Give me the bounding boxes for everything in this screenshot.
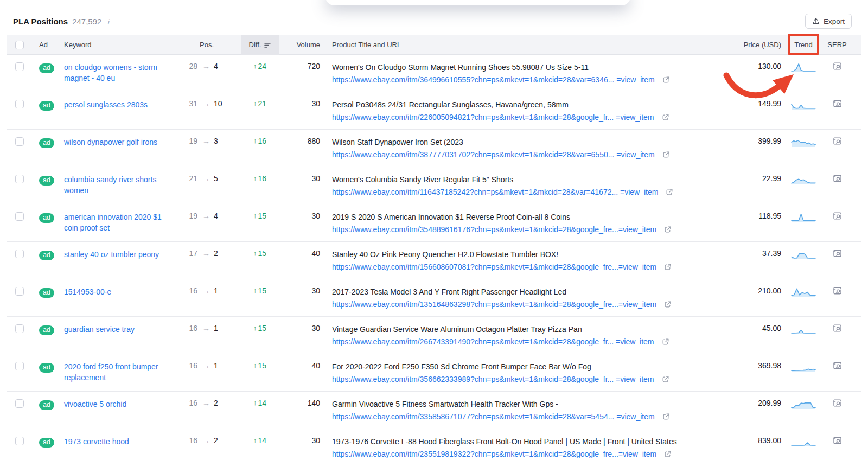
info-icon[interactable]: i (106, 18, 109, 26)
product-url-link[interactable]: https://www.ebay.com/itm/387777031702?ch… (332, 149, 655, 160)
serp-icon[interactable] (833, 99, 842, 108)
keyword-link[interactable]: persol sunglasses 2803s (64, 99, 148, 110)
keyword-link[interactable]: vivoactive 5 orchid (64, 399, 126, 410)
table-row: ad 1514953-00-e 16 → 1 ↑ 15 30 2017-2023… (7, 279, 861, 317)
product-url-link[interactable]: https://www.ebay.com/itm/156608607081?ch… (332, 261, 656, 272)
column-header-ad[interactable]: Ad (39, 35, 64, 55)
product-url-link[interactable]: https://www.ebay.com/itm/335858671077?ch… (332, 411, 655, 422)
row-checkbox[interactable] (15, 399, 24, 408)
row-checkbox[interactable] (15, 324, 24, 333)
product-url-link[interactable]: https://www.ebay.com/itm/235519819322?ch… (332, 449, 656, 459)
row-checkbox[interactable] (15, 137, 24, 146)
serp-icon[interactable] (833, 62, 842, 71)
product-url-link[interactable]: https://www.ebay.com/itm/116437185242?ch… (332, 187, 658, 197)
external-link-icon[interactable] (662, 76, 670, 84)
keyword-link[interactable]: 1973 corvette hood (64, 436, 129, 447)
diff-up-icon: ↑ (253, 286, 257, 295)
row-checkbox[interactable] (15, 175, 24, 183)
serp-icon[interactable] (833, 212, 842, 220)
keyword-link[interactable]: guardian service tray (64, 324, 135, 335)
select-all-checkbox[interactable] (15, 41, 24, 49)
column-header-volume[interactable]: Volume (279, 35, 321, 55)
column-header-keyword[interactable]: Keyword (64, 35, 184, 55)
ad-badge[interactable]: ad (39, 176, 54, 186)
diff-value: 15 (258, 212, 266, 220)
product-url-link[interactable]: https://www.ebay.com/itm/266743391490?ch… (332, 336, 654, 347)
ad-badge[interactable]: ad (39, 213, 54, 223)
serp-icon[interactable] (833, 324, 842, 333)
price-value: 37.39 (731, 242, 786, 258)
product-url-link[interactable]: https://www.ebay.com/itm/135164863298?ch… (332, 299, 656, 310)
ad-badge[interactable]: ad (39, 325, 54, 335)
serp-icon[interactable] (833, 286, 842, 295)
pos-current: 10 (214, 99, 222, 108)
external-link-icon[interactable] (664, 450, 672, 458)
column-header-pos[interactable]: Pos. (184, 35, 241, 55)
product-url-link[interactable]: https://www.ebay.com/itm/356662333989?ch… (332, 374, 654, 385)
ad-badge[interactable]: ad (39, 101, 54, 111)
pos-current: 4 (214, 62, 218, 71)
keyword-link[interactable]: on cloudgo womens - storm magnet - 40 eu (64, 62, 162, 84)
row-checkbox[interactable] (15, 287, 24, 296)
product-url-link[interactable]: https://www.ebay.com/itm/364996610555?ch… (332, 74, 655, 85)
column-header-diff[interactable]: Diff. (241, 35, 279, 55)
row-checkbox[interactable] (15, 437, 24, 445)
trend-sparkline (786, 279, 821, 298)
keyword-link[interactable]: american innovation 2020 $1 coin proof s… (64, 212, 162, 233)
ad-badge[interactable]: ad (39, 138, 54, 148)
row-checkbox[interactable] (15, 362, 24, 370)
column-header-product[interactable]: Product Title and URL (321, 35, 731, 55)
keyword-link[interactable]: 2020 ford f250 front bumper replacement (64, 361, 162, 383)
external-link-icon[interactable] (662, 113, 669, 121)
external-link-icon[interactable] (662, 375, 669, 383)
ad-badge[interactable]: ad (39, 288, 54, 298)
pos-previous: 16 (184, 436, 197, 445)
product-url-link[interactable]: https://www.ebay.com/itm/354889616176?ch… (332, 224, 656, 235)
product-title: 1973-1976 Corvette L-88 Hood Fiberglass … (332, 436, 723, 447)
external-link-icon[interactable] (666, 188, 673, 196)
column-header-serp[interactable]: SERP (821, 35, 853, 55)
product-url-link[interactable]: https://www.ebay.com/itm/226005094821?ch… (332, 112, 654, 123)
pos-change-arrow-icon: → (202, 249, 210, 258)
volume-value: 30 (279, 167, 321, 183)
ad-badge[interactable]: ad (39, 63, 54, 73)
serp-icon[interactable] (833, 361, 842, 370)
export-button[interactable]: Export (805, 14, 852, 29)
price-value: 369.98 (731, 354, 786, 370)
keyword-link[interactable]: wilson dynapower golf irons (64, 137, 157, 148)
volume-value: 140 (279, 392, 321, 407)
trend-sparkline (786, 392, 821, 410)
pos-current: 2 (214, 436, 218, 445)
diff-value: 15 (258, 286, 266, 295)
external-link-icon[interactable] (662, 413, 670, 420)
diff-up-icon: ↑ (253, 137, 257, 145)
row-checkbox[interactable] (15, 62, 24, 71)
pos-previous: 28 (184, 62, 197, 71)
external-link-icon[interactable] (662, 151, 670, 158)
row-checkbox[interactable] (15, 250, 24, 258)
price-value: 45.00 (731, 317, 786, 333)
ad-badge[interactable]: ad (39, 438, 54, 448)
keyword-link[interactable]: stanley 40 oz tumbler peony (64, 249, 159, 260)
total-count: 247,592 (72, 17, 101, 26)
ad-badge[interactable]: ad (39, 251, 54, 260)
keyword-link[interactable]: 1514953-00-e (64, 286, 111, 297)
column-header-price[interactable]: Price (USD) (731, 35, 786, 55)
pos-change-arrow-icon: → (202, 324, 210, 333)
row-checkbox[interactable] (15, 212, 24, 221)
ad-badge[interactable]: ad (39, 400, 54, 410)
external-link-icon[interactable] (662, 338, 669, 346)
serp-icon[interactable] (833, 249, 842, 258)
keyword-link[interactable]: columbia sandy river shorts women (64, 174, 162, 196)
serp-icon[interactable] (833, 399, 842, 407)
table-row: ad 1973 corvette hood 16 → 2 ↑ 14 30 197… (7, 429, 861, 466)
external-link-icon[interactable] (664, 301, 672, 308)
serp-icon[interactable] (833, 174, 842, 183)
serp-icon[interactable] (833, 436, 842, 445)
external-link-icon[interactable] (664, 226, 672, 233)
external-link-icon[interactable] (664, 263, 672, 271)
serp-icon[interactable] (833, 137, 842, 145)
ad-badge[interactable]: ad (39, 363, 54, 373)
row-checkbox[interactable] (15, 100, 24, 108)
pos-change-arrow-icon: → (202, 361, 210, 370)
